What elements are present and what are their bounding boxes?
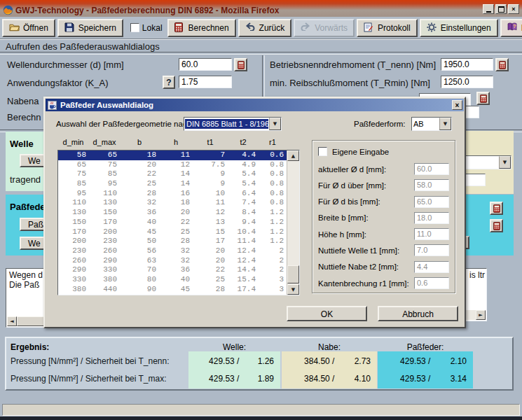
- scroll-left-icon[interactable]: ◄: [7, 316, 17, 326]
- geometry-dropdown-value: DIN 6885 Blatt 1 - 8/1968: [185, 119, 268, 129]
- protocol-button[interactable]: Protokoll: [357, 19, 418, 37]
- table-cell: 40: [160, 275, 193, 285]
- table-cell: 260: [58, 256, 90, 266]
- table-cell: 22: [121, 169, 160, 179]
- table-row[interactable]: 1101303218117.40.8: [58, 198, 299, 208]
- table-row[interactable]: 20023050281711.41.2: [58, 237, 299, 246]
- table-cell: 18: [121, 150, 160, 160]
- table-row[interactable]: 26029063322012.42: [58, 256, 299, 266]
- open-button[interactable]: Öffnen: [2, 19, 55, 37]
- protocol-button-label: Protokoll: [378, 23, 411, 33]
- table-cell: 20: [160, 208, 193, 218]
- nominal-torque-input[interactable]: [441, 58, 493, 71]
- table-cell: 25: [160, 227, 193, 237]
- help-button[interactable]: ? Hilfe: [500, 19, 522, 37]
- shaft-diameter-input[interactable]: [179, 58, 232, 71]
- ok-button[interactable]: OK: [287, 306, 367, 321]
- table-row[interactable]: 17020045251510.41.2: [58, 227, 299, 237]
- table-cell: 85: [58, 179, 90, 189]
- geometry-dropdown[interactable]: DIN 6885 Blatt 1 - 8/1968 ▼: [184, 117, 282, 131]
- table-cell: 380: [58, 285, 90, 295]
- table-row[interactable]: 38044090452817.43: [58, 285, 299, 295]
- dialog-close-button[interactable]: ×: [452, 100, 462, 110]
- back-button[interactable]: Zurück: [238, 19, 292, 37]
- table-cell: 36: [121, 208, 160, 218]
- chevron-down-icon[interactable]: ▼: [269, 118, 281, 130]
- application-factor-help-button[interactable]: ?: [163, 76, 175, 89]
- cancel-button[interactable]: Abbruch: [378, 306, 458, 321]
- window-titlebar: GWJ-Technology - Paßfederberechnung DIN …: [0, 0, 522, 17]
- table-cell: 14.4: [228, 265, 259, 275]
- application-factor-input[interactable]: [179, 76, 232, 88]
- field-input: 18.0: [414, 212, 449, 224]
- save-button[interactable]: Speichern: [57, 19, 123, 37]
- table-row[interactable]: 5865181174.40.6: [58, 150, 299, 160]
- eigene-eingabe-checkbox[interactable]: [318, 147, 327, 156]
- table-row[interactable]: 23026056322012.42: [58, 246, 299, 256]
- table-row[interactable]: 1301503620128.41.2: [58, 208, 299, 218]
- custom-field-row: Für Ø d über [mm]:58.0: [318, 179, 449, 191]
- table-row[interactable]: 29033070362214.42: [58, 265, 299, 275]
- vertical-scrollbar[interactable]: ▲ ▼: [287, 150, 299, 295]
- table-row[interactable]: 1501704022139.41.2: [58, 218, 299, 227]
- table-cell: 150: [90, 208, 121, 218]
- scrollbar-thumb[interactable]: [287, 265, 299, 284]
- result-row-label: Pressung [N/mm²] / Sicherheit bei T_max:: [11, 374, 167, 384]
- table-row[interactable]: 657520127.54.90.8: [58, 160, 299, 170]
- window-title: GWJ-Technology - Paßfederberechnung DIN …: [15, 6, 280, 15]
- table-cell: 260: [90, 246, 121, 256]
- table-row[interactable]: 33038080402515.43: [58, 275, 299, 285]
- table-header-cell: h: [159, 138, 193, 146]
- table-cell: 110: [90, 189, 121, 199]
- eigene-eingabe-label: Eigene Eingabe: [332, 148, 389, 156]
- scroll-right-icon[interactable]: ►: [476, 310, 486, 320]
- chevron-down-icon[interactable]: ▼: [499, 156, 511, 169]
- table-cell: 14: [160, 169, 193, 179]
- table-cell: 32: [160, 256, 193, 266]
- table-cell: 25: [121, 179, 160, 189]
- table-cell: 28: [160, 237, 193, 246]
- geometry-table-body: 5865181174.40.6657520127.54.90.875852214…: [58, 150, 299, 294]
- table-cell: 1.2: [259, 218, 287, 227]
- field-label: Nuttiefe Nabe t2 [mm]:: [318, 262, 399, 271]
- forward-button[interactable]: Vorwärts: [294, 19, 355, 37]
- passfeder-calc-button1[interactable]: [490, 202, 503, 215]
- local-checkbox[interactable]: [130, 23, 139, 32]
- arrow-back-icon: [245, 22, 256, 33]
- field-label: Höhe h [mm]:: [318, 230, 366, 239]
- shaft-diameter-calc-button[interactable]: [234, 58, 247, 71]
- field-label: aktueller Ø d [mm]:: [318, 165, 386, 174]
- table-cell: 150: [58, 218, 90, 227]
- passfederform-dropdown[interactable]: AB ▼: [411, 117, 452, 131]
- maximize-icon: [498, 6, 504, 13]
- scroll-up-icon[interactable]: ▲: [287, 150, 299, 161]
- passfeder-calc-button2[interactable]: [490, 219, 503, 232]
- hub-calc-button[interactable]: [476, 92, 490, 105]
- application-window: GWJ-Technology - Paßfederberechnung DIN …: [0, 0, 522, 420]
- table-cell: 2: [259, 265, 287, 275]
- field-label: Nuttiefe Welle t1 [mm]:: [318, 246, 399, 255]
- close-button[interactable]: ×: [508, 4, 519, 14]
- min-friction-input[interactable]: [441, 76, 493, 88]
- table-cell: 17: [193, 237, 228, 246]
- pressung-value: 429.53 /: [378, 374, 430, 384]
- table-cell: 9: [193, 169, 228, 179]
- table-cell: 290: [58, 265, 90, 275]
- pressung-value: 429.53 /: [188, 374, 239, 384]
- minimize-button[interactable]: [483, 4, 494, 14]
- settings-button[interactable]: Einstellungen: [420, 19, 498, 37]
- back-button-label: Zurück: [259, 23, 285, 33]
- calculate-button[interactable]: Berechnen: [167, 19, 236, 37]
- maximize-button[interactable]: [495, 4, 507, 14]
- chevron-down-icon[interactable]: ▼: [439, 118, 451, 130]
- table-row[interactable]: 8595251495.40.8: [58, 179, 299, 189]
- table-cell: 10.4: [228, 227, 259, 237]
- sicherheit-value: 2.10: [430, 356, 473, 366]
- table-cell: 80: [121, 275, 160, 285]
- table-row[interactable]: 7585221495.40.8: [58, 169, 299, 179]
- scroll-down-icon[interactable]: ▼: [287, 284, 299, 295]
- open-folder-icon: [9, 22, 20, 33]
- sicherheit-value: 3.14: [430, 374, 473, 384]
- table-row[interactable]: 951102816106.40.8: [58, 189, 299, 199]
- nominal-torque-calc-button[interactable]: [495, 58, 509, 71]
